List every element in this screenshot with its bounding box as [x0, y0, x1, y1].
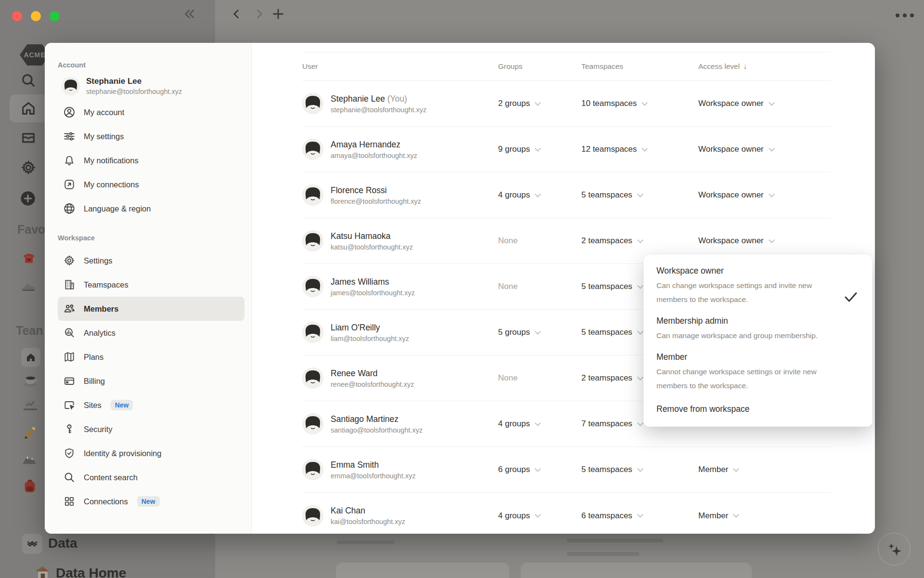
building-icon: [63, 278, 76, 291]
teamspaces-dropdown[interactable]: 5 teamspaces: [581, 190, 698, 200]
avatar: [302, 230, 323, 251]
zoom-window-button[interactable]: [50, 11, 60, 21]
minimize-window-button[interactable]: [31, 11, 41, 21]
groups-dropdown[interactable]: 4 groups: [498, 419, 581, 429]
settings-nav: Account Stephanie Lee stephanie@toolsfor…: [45, 43, 252, 534]
groups-dropdown[interactable]: 5 groups: [498, 328, 581, 337]
access-level-dropdown[interactable]: Member: [698, 511, 831, 521]
forward-icon[interactable]: [253, 8, 266, 20]
map-icon: [63, 351, 76, 363]
inbox-icon[interactable]: [20, 129, 37, 145]
access-level-dropdown[interactable]: Workspace owner: [698, 99, 831, 108]
add-page-icon[interactable]: [20, 191, 36, 206]
access-level-value: Workspace owner: [698, 236, 764, 246]
sliders-icon: [63, 130, 76, 143]
home-icon[interactable]: [20, 100, 37, 117]
chart-emoji-icon[interactable]: [22, 398, 38, 412]
chevron-down-icon: [535, 466, 541, 472]
nav-item-my-connections[interactable]: My connections: [58, 172, 244, 197]
data-page-icon[interactable]: [22, 534, 42, 554]
sidebar-item-data[interactable]: Data: [48, 536, 77, 551]
more-options-icon[interactable]: [894, 12, 915, 19]
teamspace-home-icon[interactable]: [21, 348, 40, 367]
access-level-dropdown[interactable]: Workspace owner: [698, 144, 831, 154]
house-emoji-icon[interactable]: [35, 565, 51, 578]
nav-item-identity-provisioning[interactable]: Identity & provisioning: [58, 441, 244, 465]
groups-value: None: [498, 236, 518, 246]
nav-item-my-account[interactable]: My account: [58, 100, 244, 124]
teamspaces-dropdown[interactable]: 12 teamspaces: [581, 144, 698, 154]
search-icon[interactable]: [20, 72, 37, 89]
column-access-level[interactable]: Access level↓: [698, 62, 831, 71]
teamspaces-dropdown[interactable]: 10 teamspaces: [581, 99, 698, 108]
nav-item-label: My account: [84, 108, 124, 117]
nav-item-billing[interactable]: Billing: [58, 369, 244, 393]
groups-dropdown[interactable]: 6 groups: [498, 465, 581, 474]
access-level-value: Member: [698, 465, 728, 474]
groups-dropdown[interactable]: 2 groups: [498, 99, 581, 108]
option-description: Can change workspace settings and invite…: [656, 278, 820, 306]
teamspaces-dropdown[interactable]: 2 teamspaces: [581, 236, 698, 246]
nav-item-security[interactable]: Security: [58, 417, 244, 441]
nav-item-my-notifications[interactable]: My notifications: [58, 148, 244, 172]
access-level-dropdown[interactable]: Workspace owner: [698, 236, 831, 246]
nav-item-connections[interactable]: Connections New: [58, 489, 244, 513]
backpack-emoji-icon[interactable]: [22, 478, 38, 494]
access-level-dropdown[interactable]: Member: [698, 465, 831, 474]
nav-item-members[interactable]: Members: [58, 297, 244, 321]
access-level-value: Member: [698, 511, 728, 521]
column-teamspaces[interactable]: Teamspaces: [581, 62, 698, 71]
groups-value: 9 groups: [498, 144, 530, 154]
groups-dropdown: None: [498, 282, 581, 291]
groups-dropdown[interactable]: 9 groups: [498, 144, 581, 154]
pencil-emoji-icon[interactable]: [22, 424, 38, 439]
nav-item-sites[interactable]: Sites New: [58, 393, 244, 417]
member-name: James Williams: [331, 277, 415, 287]
chevron-down-icon: [637, 191, 643, 197]
back-icon[interactable]: [230, 8, 243, 20]
menu-option-membership-admin[interactable]: Membership admin Can manage workspace an…: [656, 316, 859, 342]
ai-sparkle-button[interactable]: [878, 533, 911, 565]
remove-from-workspace-button[interactable]: Remove from workspace: [656, 404, 859, 414]
coffee-emoji-icon[interactable]: [23, 374, 39, 387]
teamspaces-value: 12 teamspaces: [581, 144, 637, 154]
column-user[interactable]: User: [302, 62, 498, 71]
menu-option-workspace-owner[interactable]: Workspace owner Can change workspace set…: [656, 266, 859, 306]
option-title: Membership admin: [656, 316, 859, 326]
new-tab-icon[interactable]: [271, 7, 285, 21]
nav-item-plans[interactable]: Plans: [58, 345, 244, 369]
key-icon: [63, 423, 76, 435]
teamspaces-dropdown[interactable]: 6 teamspaces: [581, 511, 698, 521]
nav-item-label: Content search: [84, 473, 138, 482]
column-groups[interactable]: Groups: [498, 62, 581, 71]
nav-item-content-search[interactable]: Content search: [58, 465, 244, 489]
nav-item-settings[interactable]: Settings: [58, 249, 244, 273]
sidebar-item-data-home[interactable]: Data Home: [56, 565, 126, 578]
groups-value: 4 groups: [498, 190, 530, 200]
member-email: florence@toolsforthought.xyz: [331, 197, 421, 205]
collapse-sidebar-icon[interactable]: [182, 7, 196, 21]
menu-option-member[interactable]: Member Cannot change workspace settings …: [656, 352, 859, 393]
groups-value: None: [498, 373, 518, 383]
phone-emoji-icon[interactable]: [21, 250, 37, 265]
shield-check-icon: [63, 447, 76, 460]
nav-item-teamspaces[interactable]: Teamspaces: [58, 273, 244, 297]
access-level-dropdown[interactable]: Workspace owner: [698, 190, 831, 200]
nav-item-analytics[interactable]: Analytics: [58, 321, 244, 345]
member-email: amaya@toolsforthought.xyz: [331, 152, 417, 159]
member-email: liam@toolsforthought.xyz: [331, 335, 409, 342]
settings-gear-icon[interactable]: [20, 159, 37, 176]
profile-row[interactable]: Stephanie Lee stephanie@toolsforthought.…: [58, 76, 244, 100]
member-name: Amaya Hernandez: [331, 140, 417, 150]
teamspaces-value: 5 teamspaces: [581, 328, 632, 337]
nav-item-label: My connections: [84, 180, 139, 189]
nav-item-my-settings[interactable]: My settings: [58, 124, 244, 148]
groups-dropdown[interactable]: 4 groups: [498, 511, 581, 521]
mountain-emoji-icon[interactable]: [21, 452, 38, 465]
teamspaces-dropdown[interactable]: 5 teamspaces: [581, 465, 698, 474]
close-window-button[interactable]: [12, 11, 22, 21]
nav-item-language-region[interactable]: Language & region: [58, 197, 244, 221]
sneaker-emoji-icon[interactable]: [20, 278, 37, 293]
groups-dropdown[interactable]: 4 groups: [498, 190, 581, 200]
check-icon: [844, 291, 858, 303]
